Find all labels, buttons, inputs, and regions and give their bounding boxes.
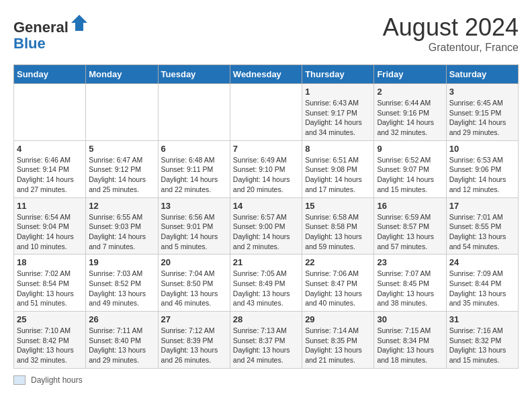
day-number: 7: [233, 144, 299, 154]
day-number: 8: [305, 144, 371, 154]
day-info: Sunrise: 6:55 AM Sunset: 9:03 PM Dayligh…: [89, 212, 154, 252]
calendar-body: 1Sunrise: 6:43 AM Sunset: 9:17 PM Daylig…: [14, 84, 519, 369]
day-info: Sunrise: 6:54 AM Sunset: 9:04 PM Dayligh…: [17, 212, 83, 252]
day-info: Sunrise: 7:13 AM Sunset: 8:37 PM Dayligh…: [233, 326, 299, 365]
day-info: Sunrise: 7:14 AM Sunset: 8:35 PM Dayligh…: [305, 326, 371, 365]
calendar-cell: 23Sunrise: 7:07 AM Sunset: 8:45 PM Dayli…: [374, 255, 446, 312]
calendar-cell: [230, 84, 302, 141]
day-info: Sunrise: 6:43 AM Sunset: 9:17 PM Dayligh…: [305, 98, 371, 138]
day-number: 5: [89, 144, 154, 154]
day-number: 11: [17, 201, 83, 211]
day-number: 22: [305, 257, 371, 267]
day-number: 16: [377, 201, 443, 211]
calendar-cell: [158, 84, 230, 141]
calendar-cell: 8Sunrise: 6:51 AM Sunset: 9:08 PM Daylig…: [302, 140, 374, 197]
calendar-cell: 14Sunrise: 6:57 AM Sunset: 9:00 PM Dayli…: [230, 197, 302, 255]
day-info: Sunrise: 6:56 AM Sunset: 9:01 PM Dayligh…: [161, 212, 227, 252]
calendar-cell: 22Sunrise: 7:06 AM Sunset: 8:47 PM Dayli…: [302, 255, 374, 312]
day-info: Sunrise: 6:57 AM Sunset: 9:00 PM Dayligh…: [233, 212, 299, 252]
calendar-cell: 17Sunrise: 7:01 AM Sunset: 8:55 PM Dayli…: [446, 197, 518, 255]
calendar-cell: 1Sunrise: 6:43 AM Sunset: 9:17 PM Daylig…: [302, 84, 374, 141]
day-number: 21: [233, 257, 299, 267]
header-day-sunday: Sunday: [14, 65, 86, 84]
day-info: Sunrise: 6:44 AM Sunset: 9:16 PM Dayligh…: [377, 98, 443, 138]
header-day-wednesday: Wednesday: [230, 65, 302, 84]
calendar-cell: 28Sunrise: 7:13 AM Sunset: 8:37 PM Dayli…: [230, 312, 302, 369]
logo: General Blue: [13, 13, 89, 52]
day-info: Sunrise: 6:59 AM Sunset: 8:57 PM Dayligh…: [377, 212, 443, 252]
calendar-cell: 30Sunrise: 7:15 AM Sunset: 8:34 PM Dayli…: [374, 312, 446, 369]
day-number: 31: [449, 314, 515, 324]
header-row: SundayMondayTuesdayWednesdayThursdayFrid…: [14, 65, 519, 84]
day-number: 14: [233, 201, 299, 211]
header-day-thursday: Thursday: [302, 65, 374, 84]
day-number: 19: [89, 257, 154, 267]
day-info: Sunrise: 6:53 AM Sunset: 9:06 PM Dayligh…: [449, 155, 515, 195]
calendar-cell: 16Sunrise: 6:59 AM Sunset: 8:57 PM Dayli…: [374, 197, 446, 255]
calendar-week-1: 1Sunrise: 6:43 AM Sunset: 9:17 PM Daylig…: [14, 84, 519, 141]
day-number: 10: [449, 144, 515, 154]
day-number: 2: [377, 87, 443, 97]
calendar-cell: 18Sunrise: 7:02 AM Sunset: 8:54 PM Dayli…: [14, 255, 86, 312]
svg-marker-0: [71, 15, 87, 31]
day-number: 13: [161, 201, 227, 211]
calendar-cell: 27Sunrise: 7:12 AM Sunset: 8:39 PM Dayli…: [158, 312, 230, 369]
logo-icon: [70, 13, 89, 32]
day-number: 18: [17, 257, 83, 267]
calendar-cell: 31Sunrise: 7:16 AM Sunset: 8:32 PM Dayli…: [446, 312, 518, 369]
calendar-cell: 5Sunrise: 6:47 AM Sunset: 9:12 PM Daylig…: [86, 140, 158, 197]
calendar-cell: 6Sunrise: 6:48 AM Sunset: 9:11 PM Daylig…: [158, 140, 230, 197]
day-number: 6: [161, 144, 227, 154]
legend-label: Daylight hours: [31, 375, 83, 385]
calendar-cell: 3Sunrise: 6:45 AM Sunset: 9:15 PM Daylig…: [446, 84, 518, 141]
day-number: 3: [449, 87, 515, 97]
day-info: Sunrise: 7:02 AM Sunset: 8:54 PM Dayligh…: [17, 269, 83, 308]
calendar-cell: 9Sunrise: 6:52 AM Sunset: 9:07 PM Daylig…: [374, 140, 446, 197]
day-number: 20: [161, 257, 227, 267]
day-number: 9: [377, 144, 443, 154]
calendar-table: SundayMondayTuesdayWednesdayThursdayFrid…: [13, 64, 519, 369]
main-title: August 2024: [383, 13, 519, 42]
day-number: 15: [305, 201, 371, 211]
day-number: 1: [305, 87, 371, 97]
day-info: Sunrise: 6:47 AM Sunset: 9:12 PM Dayligh…: [89, 155, 154, 195]
day-number: 30: [377, 314, 443, 324]
legend-box: [13, 375, 26, 385]
day-info: Sunrise: 7:06 AM Sunset: 8:47 PM Dayligh…: [305, 269, 371, 308]
header-day-monday: Monday: [86, 65, 158, 84]
day-info: Sunrise: 6:58 AM Sunset: 8:58 PM Dayligh…: [305, 212, 371, 252]
calendar-cell: [14, 84, 86, 141]
day-info: Sunrise: 6:46 AM Sunset: 9:14 PM Dayligh…: [17, 155, 83, 195]
day-info: Sunrise: 7:03 AM Sunset: 8:52 PM Dayligh…: [89, 269, 154, 308]
calendar-header: SundayMondayTuesdayWednesdayThursdayFrid…: [14, 65, 519, 84]
day-info: Sunrise: 6:45 AM Sunset: 9:15 PM Dayligh…: [449, 98, 515, 138]
logo-blue: Blue: [13, 35, 46, 52]
calendar-cell: 4Sunrise: 6:46 AM Sunset: 9:14 PM Daylig…: [14, 140, 86, 197]
calendar-cell: 10Sunrise: 6:53 AM Sunset: 9:06 PM Dayli…: [446, 140, 518, 197]
day-info: Sunrise: 6:49 AM Sunset: 9:10 PM Dayligh…: [233, 155, 299, 195]
day-info: Sunrise: 6:52 AM Sunset: 9:07 PM Dayligh…: [377, 155, 443, 195]
calendar-cell: 24Sunrise: 7:09 AM Sunset: 8:44 PM Dayli…: [446, 255, 518, 312]
day-number: 17: [449, 201, 515, 211]
calendar-week-2: 4Sunrise: 6:46 AM Sunset: 9:14 PM Daylig…: [14, 140, 519, 197]
day-info: Sunrise: 7:04 AM Sunset: 8:50 PM Dayligh…: [161, 269, 227, 308]
day-info: Sunrise: 7:07 AM Sunset: 8:45 PM Dayligh…: [377, 269, 443, 308]
calendar-cell: 15Sunrise: 6:58 AM Sunset: 8:58 PM Dayli…: [302, 197, 374, 255]
header-day-tuesday: Tuesday: [158, 65, 230, 84]
calendar-cell: 25Sunrise: 7:10 AM Sunset: 8:42 PM Dayli…: [14, 312, 86, 369]
day-info: Sunrise: 6:48 AM Sunset: 9:11 PM Dayligh…: [161, 155, 227, 195]
calendar-cell: 29Sunrise: 7:14 AM Sunset: 8:35 PM Dayli…: [302, 312, 374, 369]
page-header: General Blue August 2024 Gratentour, Fra…: [13, 13, 519, 54]
day-number: 27: [161, 314, 227, 324]
calendar-cell: 2Sunrise: 6:44 AM Sunset: 9:16 PM Daylig…: [374, 84, 446, 141]
calendar-cell: 26Sunrise: 7:11 AM Sunset: 8:40 PM Dayli…: [86, 312, 158, 369]
calendar-week-5: 25Sunrise: 7:10 AM Sunset: 8:42 PM Dayli…: [14, 312, 519, 369]
footer: Daylight hours: [13, 375, 519, 385]
calendar-cell: [86, 84, 158, 141]
subtitle: Gratentour, France: [383, 42, 519, 54]
calendar-week-3: 11Sunrise: 6:54 AM Sunset: 9:04 PM Dayli…: [14, 197, 519, 255]
day-info: Sunrise: 7:09 AM Sunset: 8:44 PM Dayligh…: [449, 269, 515, 308]
calendar-cell: 20Sunrise: 7:04 AM Sunset: 8:50 PM Dayli…: [158, 255, 230, 312]
header-day-saturday: Saturday: [446, 65, 518, 84]
day-number: 12: [89, 201, 154, 211]
